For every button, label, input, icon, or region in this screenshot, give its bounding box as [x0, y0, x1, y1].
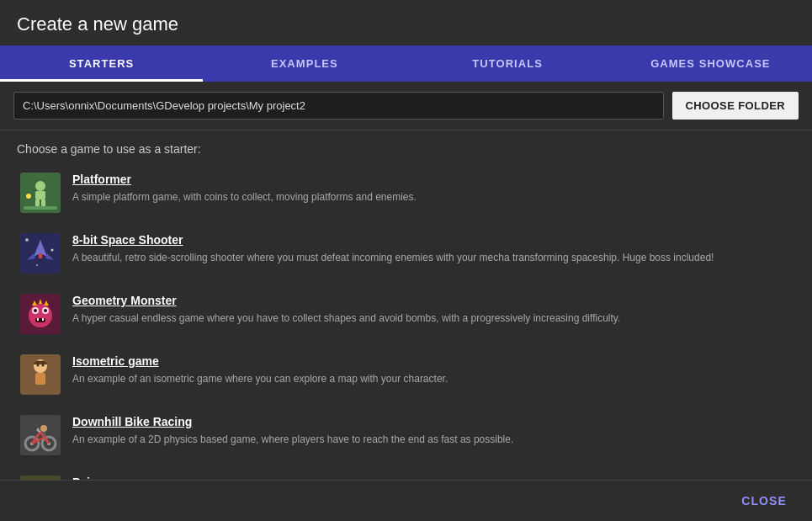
svg-rect-32 [20, 415, 61, 455]
game-thumb-space-shooter [20, 233, 61, 274]
game-item-geometry-monster[interactable]: Geometry Monster A hyper casual endless … [13, 284, 799, 344]
svg-rect-3 [35, 199, 40, 206]
svg-point-6 [26, 194, 31, 199]
svg-point-10 [36, 264, 38, 266]
tab-tutorials[interactable]: TUTORIALS [406, 45, 609, 82]
tab-examples[interactable]: EXAMPLES [203, 45, 406, 82]
svg-line-42 [37, 428, 39, 430]
game-info-geometry-monster: Geometry Monster A hyper casual endless … [72, 294, 792, 326]
svg-point-30 [37, 364, 40, 367]
game-name-isometric: Isometric game [72, 354, 792, 368]
path-row: CHOOSE FOLDER [0, 82, 812, 130]
game-desc-space-shooter: A beautiful, retro side-scrolling shoote… [72, 250, 792, 265]
svg-point-19 [34, 309, 37, 312]
svg-rect-5 [24, 206, 57, 210]
svg-rect-26 [42, 318, 44, 321]
close-button[interactable]: CLOSE [733, 489, 795, 513]
svg-rect-29 [35, 373, 45, 385]
game-thumb-isometric [20, 354, 61, 395]
game-desc-geometry-monster: A hyper casual endless game where you ha… [72, 311, 792, 326]
game-desc-isometric: An example of an isometric game where yo… [72, 371, 792, 386]
game-info-isometric: Isometric game An example of an isometri… [72, 354, 792, 386]
tab-starters[interactable]: STARTERS [0, 45, 203, 82]
dialog-header: Create a new game [0, 0, 812, 45]
svg-rect-25 [37, 318, 39, 321]
svg-point-9 [51, 249, 54, 252]
tab-showcase[interactable]: GAMES SHOWCASE [609, 45, 812, 82]
game-item-platformer[interactable]: Platformer A simple platform game, with … [13, 162, 799, 223]
game-thumb-downhill-bike [20, 415, 61, 455]
svg-rect-24 [35, 318, 45, 322]
project-path-input[interactable] [13, 92, 664, 120]
game-name-downhill-bike: Downhill Bike Racing [72, 415, 792, 428]
game-item-isometric[interactable]: Isometric game An example of an isometri… [13, 344, 799, 405]
game-item-pairs[interactable]: ★ ♦ ♦ ★ Pairs Find all matching pairs of… [13, 465, 799, 480]
svg-point-20 [44, 309, 47, 312]
game-name-platformer: Platformer [72, 173, 792, 186]
game-thumb-platformer [20, 173, 61, 213]
game-name-geometry-monster: Geometry Monster [72, 294, 792, 307]
section-label: Choose a game to use as a starter: [0, 130, 812, 162]
svg-point-43 [40, 425, 47, 432]
game-name-space-shooter: 8-bit Space Shooter [72, 233, 792, 247]
games-list: Platformer A simple platform game, with … [0, 162, 812, 480]
svg-point-1 [35, 181, 45, 191]
svg-point-8 [25, 238, 29, 242]
svg-rect-14 [39, 253, 42, 258]
game-info-space-shooter: 8-bit Space Shooter A beautiful, retro s… [72, 233, 792, 265]
svg-point-31 [42, 364, 45, 367]
game-info-downhill-bike: Downhill Bike Racing An example of a 2D … [72, 415, 792, 447]
svg-rect-4 [41, 199, 45, 206]
game-item-downhill-bike[interactable]: Downhill Bike Racing An example of a 2D … [13, 405, 799, 465]
svg-rect-2 [35, 191, 45, 199]
dialog-footer: CLOSE [0, 480, 812, 521]
game-thumb-geometry-monster [20, 294, 61, 334]
svg-point-16 [29, 304, 52, 327]
tabs-bar: STARTERS EXAMPLES TUTORIALS GAMES SHOWCA… [0, 45, 812, 82]
dialog-title: Create a new game [17, 13, 795, 35]
choose-folder-button[interactable]: CHOOSE FOLDER [672, 92, 799, 120]
game-item-space-shooter[interactable]: 8-bit Space Shooter A beautiful, retro s… [13, 223, 799, 284]
create-game-dialog: Create a new game STARTERS EXAMPLES TUTO… [0, 0, 812, 521]
game-desc-downhill-bike: An example of a 2D physics based game, w… [72, 432, 792, 447]
game-info-platformer: Platformer A simple platform game, with … [72, 173, 792, 205]
game-desc-platformer: A simple platform game, with coins to co… [72, 189, 792, 205]
